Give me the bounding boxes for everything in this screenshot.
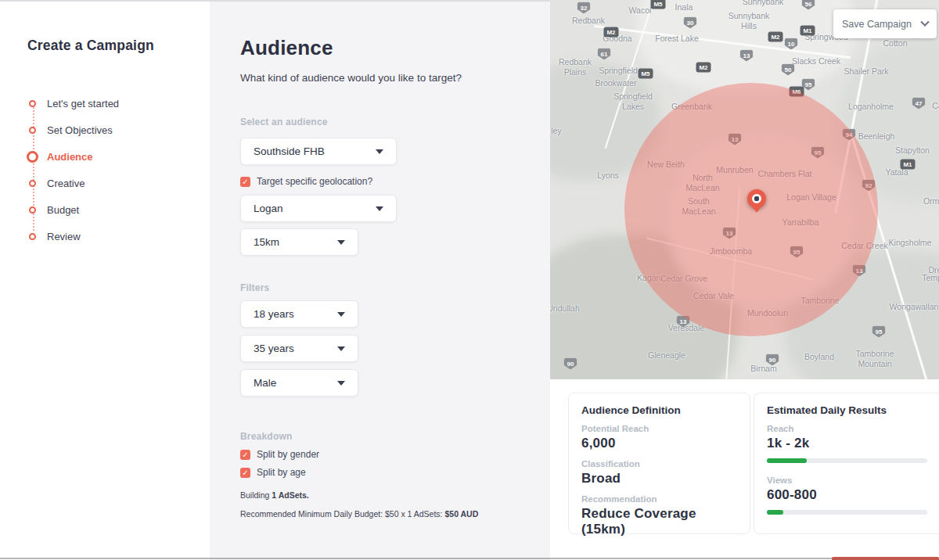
map-label: Sunnybank [743, 0, 784, 8]
chevron-down-icon [920, 17, 929, 26]
road-shield: M2 [768, 32, 783, 42]
stat-value: 1k - 2k [767, 436, 939, 451]
sidebar-item-creative[interactable]: Creative [27, 178, 202, 188]
checkbox-label: Split by gender [257, 449, 319, 460]
age-min-select-value: 18 years [254, 308, 294, 320]
audience-select-value: Southside FHB [254, 145, 325, 157]
stat-views: Views600-800 [767, 476, 939, 515]
sidebar-item-set-objectives[interactable]: Set Objectives [27, 124, 202, 135]
stat-value: 600-800 [767, 487, 939, 503]
stat-value: Broad [581, 471, 737, 486]
map-label: Wacol [629, 5, 652, 16]
filters-label: Filters [240, 282, 519, 293]
map-label: Springfield Lakes [613, 92, 653, 112]
stat-recommendation: RecommendationReduce Coverage (15km) [581, 494, 737, 537]
sidebar-item-budget[interactable]: Budget [27, 204, 202, 215]
map-label: Logan Village [786, 192, 836, 203]
map-label: Kingsholme [889, 238, 932, 248]
map-label: Brookwater [595, 78, 636, 88]
map-label: Wongawallan [890, 302, 939, 312]
checkbox-checked-icon: ✓ [240, 468, 250, 478]
split-by-age-checkbox-row[interactable]: ✓Split by age [240, 467, 519, 478]
map-label: Springfield [599, 66, 638, 76]
audience-select[interactable]: Southside FHB [240, 138, 397, 165]
map-label: Cedar Creek [841, 241, 888, 251]
stat-value: 6,000 [581, 436, 737, 451]
stat-label: Views [767, 476, 939, 485]
stat-reach: Reach1k - 2k [767, 424, 939, 463]
map-label: Orme [923, 196, 939, 206]
geolocation-map[interactable]: WacolInalaRedbankGoodnaForest LakeRedban… [550, 0, 939, 379]
sidebar-item-let-s-get-started[interactable]: Let's get started [27, 98, 202, 109]
chevron-down-icon [376, 149, 383, 154]
road-shield: M5 [651, 0, 666, 9]
map-label: Greenbank [671, 102, 712, 112]
sidebar-item-label: Creative [47, 178, 85, 189]
map-label: Gleneagle [648, 350, 685, 361]
chevron-down-icon [337, 381, 345, 386]
step-dot-icon [27, 151, 38, 163]
next-button-clipped[interactable] [832, 557, 939, 560]
radius-select[interactable]: 15km [240, 228, 358, 256]
card-title: Estimated Daily Results [767, 404, 939, 416]
sidebar-item-label: Audience [47, 151, 93, 163]
map-label: Stapylton [895, 145, 930, 156]
map-label: Shailer Park [844, 66, 888, 77]
split-by-gender-checkbox-row[interactable]: ✓Split by gender [240, 449, 519, 460]
map-label: Kagaru [637, 273, 664, 283]
map-label: Munruben [716, 165, 753, 175]
map-label: Yarrabilba [782, 217, 818, 228]
map-label: Inala [675, 2, 693, 13]
audience-definition-card: Audience Definition Potential Reach6,000… [568, 393, 750, 534]
map-label: Redbank [572, 16, 605, 26]
geolocation-checkbox-row[interactable]: ✓ Target specific geolocation? [240, 176, 519, 187]
geolocation-checkbox-label: Target specific geolocation? [257, 176, 372, 187]
results-section: Audience Definition Potential Reach6,000… [550, 379, 939, 560]
card-title: Audience Definition [581, 404, 737, 416]
estimated-daily-results-card: Estimated Daily Results Reach1k - 2kView… [754, 393, 939, 534]
campaign-steps: Let's get startedSet ObjectivesAudienceC… [27, 98, 202, 242]
age-min-select[interactable]: 18 years [240, 300, 358, 328]
progress-bar [767, 458, 927, 463]
sidebar-item-review[interactable]: Review [27, 231, 202, 242]
step-dot-icon [29, 233, 36, 240]
sidebar-title: Create a Campaign [27, 38, 202, 54]
map-pin[interactable] [747, 189, 766, 208]
adsets-summary: Building 1 AdSets. [240, 490, 519, 500]
road-shield: M6 [790, 87, 804, 97]
step-dot-icon [29, 206, 36, 214]
step-dot-icon [29, 100, 36, 107]
map-label: Undullah [550, 303, 580, 314]
sidebar-item-audience[interactable]: Audience [27, 151, 202, 162]
map-label: ley [551, 126, 561, 136]
map-label: Mundoolun [747, 308, 788, 318]
select-audience-label: Select an audience [240, 117, 519, 127]
window-bottom-divider [0, 558, 832, 559]
map-label: Cedar Grove [660, 274, 707, 284]
age-max-select[interactable]: 35 years [240, 335, 358, 362]
map-label: Chambers Flat [758, 169, 812, 179]
checkbox-checked-icon: ✓ [240, 177, 250, 187]
stat-label: Potential Reach [581, 424, 737, 433]
stat-value: Reduce Coverage (15km) [581, 506, 737, 537]
location-select[interactable]: Logan [240, 195, 397, 222]
map-label: Forest Lake [655, 34, 698, 44]
road-shield: M1 [800, 26, 815, 36]
gender-select[interactable]: Male [240, 369, 358, 397]
road-shield: M2 [604, 27, 619, 38]
progress-bar [767, 510, 927, 515]
map-label: Slacks Creek [792, 56, 840, 66]
checkbox-checked-icon: ✓ [240, 450, 250, 460]
save-campaign-button[interactable]: Save Campaign [833, 9, 937, 38]
budget-summary: Recommended Minimum Daily Budget: $50 x … [240, 509, 519, 519]
stat-label: Reach [767, 424, 939, 433]
chevron-down-icon [376, 206, 383, 211]
gender-select-value: Male [254, 377, 276, 389]
map-label: Tempo [922, 273, 939, 283]
road-shield: M1 [901, 160, 916, 170]
map-label: Boyland [804, 352, 834, 362]
chevron-down-icon [337, 240, 345, 245]
progress-bar-fill [767, 510, 783, 515]
location-select-value: Logan [254, 203, 283, 214]
breakdown-label: Breakdown [240, 431, 519, 442]
